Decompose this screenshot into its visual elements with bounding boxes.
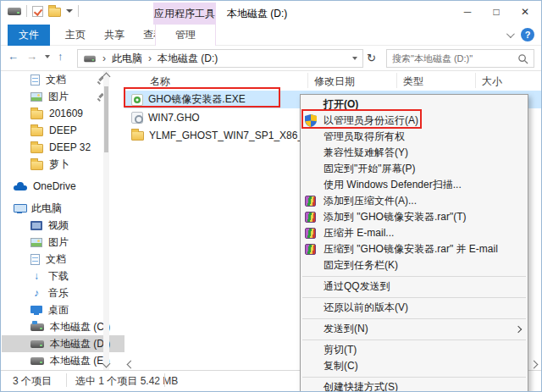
location-drive-icon	[84, 55, 96, 62]
column-divider[interactable]	[307, 73, 308, 88]
download-icon: ↓	[30, 270, 42, 282]
tab-home[interactable]: 主页	[57, 25, 94, 46]
video-icon	[30, 221, 42, 230]
separator	[26, 5, 27, 17]
menu-item-defender-scan[interactable]: 使用 Windows Defender扫描...	[301, 177, 528, 193]
winrar-icon	[305, 227, 324, 240]
music-icon: ♪	[30, 287, 42, 299]
menu-item-pin-to-taskbar[interactable]: 固定到任务栏(K)	[301, 257, 528, 273]
drive-icon	[30, 323, 44, 331]
menu-separator	[302, 340, 526, 340]
search-box[interactable]	[386, 49, 534, 68]
column-header-size[interactable]: 大小	[482, 75, 502, 89]
minimize-button[interactable]: ─	[453, 1, 482, 23]
recent-locations-dropdown[interactable]	[45, 55, 50, 58]
ribbon-tabs: 文件 主页 共享 查看 管理 ?	[1, 25, 541, 46]
window-title: 本地磁盘 (D:)	[227, 7, 287, 21]
back-button[interactable]: ←	[8, 50, 19, 63]
pictures-icon	[30, 92, 42, 102]
winrar-icon	[305, 195, 324, 207]
drive-icon	[30, 340, 44, 348]
window-controls: ─ □ ✕	[453, 1, 539, 23]
document-icon	[30, 254, 40, 265]
status-divider	[66, 373, 67, 387]
menu-item-copy[interactable]: 复制(C)	[301, 358, 528, 374]
folder-icon	[30, 144, 43, 153]
navigation-buttons: ← → ↑	[8, 50, 64, 63]
tab-manage[interactable]: 管理	[155, 25, 216, 46]
menu-item-compat-troubleshoot[interactable]: 兼容性疑难解答(Y)	[301, 145, 528, 161]
help-icon[interactable]: ?	[521, 28, 534, 41]
scrollbar-thumb[interactable]	[104, 86, 108, 152]
tab-share[interactable]: 共享	[96, 25, 133, 46]
drive-icon	[30, 357, 44, 365]
blank-icon	[305, 344, 324, 356]
folder-icon	[30, 127, 43, 136]
breadcrumb-current-drive[interactable]: 本地磁盘 (D:)	[158, 52, 218, 66]
menu-separator	[302, 276, 526, 277]
sidebar-scrollbar[interactable]	[103, 71, 109, 371]
menu-item-send-via-qq[interactable]: 通过QQ发送到	[301, 279, 528, 295]
ribbon-collapse-chevron-icon[interactable]	[506, 30, 515, 38]
menu-item-create-shortcut[interactable]: 创建快捷方式(S)	[301, 379, 528, 392]
blank-icon	[305, 323, 324, 335]
submenu-arrow-icon	[515, 325, 522, 332]
blank-icon	[305, 280, 324, 293]
up-button[interactable]: ↑	[58, 50, 64, 63]
menu-separator	[302, 318, 526, 319]
breadcrumb-this-pc[interactable]: 此电脑	[112, 52, 142, 66]
forward-button[interactable]: →	[26, 50, 37, 63]
folder-icon	[30, 161, 43, 170]
blank-icon	[305, 163, 324, 175]
search-input[interactable]	[392, 53, 517, 63]
status-divider	[164, 373, 165, 387]
annotation-box-file	[124, 87, 280, 108]
column-header-type[interactable]: 类型	[403, 75, 423, 89]
blank-icon	[305, 301, 324, 314]
blank-icon	[305, 381, 324, 392]
blank-icon	[305, 360, 324, 373]
scroll-up-icon[interactable]	[102, 73, 111, 81]
tab-file[interactable]: 文件	[8, 25, 50, 46]
maximize-button[interactable]: □	[482, 1, 511, 23]
onedrive-cloud-icon	[14, 182, 27, 190]
address-bar[interactable]: › 此电脑 › 本地磁盘 (D:)	[77, 49, 363, 68]
document-icon	[30, 75, 40, 86]
folder-icon	[131, 131, 144, 141]
menu-item-add-to-archive[interactable]: 添加到压缩文件(A)...	[301, 193, 528, 209]
winrar-icon	[305, 243, 324, 256]
menu-item-compress-and-email[interactable]: 压缩并 E-mail...	[301, 225, 528, 241]
search-icon	[517, 53, 528, 64]
gho-file-icon	[131, 112, 143, 124]
new-folder-button[interactable]	[48, 8, 61, 17]
refresh-button[interactable]: ↻	[367, 52, 376, 64]
menu-item-pin-to-start[interactable]: 固定到"开始"屏幕(P)	[301, 161, 528, 177]
pictures-icon	[30, 238, 42, 247]
blank-icon	[305, 259, 324, 272]
qat-customize-dropdown[interactable]	[66, 9, 73, 13]
menu-item-take-ownership[interactable]: 管理员取得所有权	[301, 129, 528, 145]
contextual-tab-group-label: 应用程序工具	[153, 3, 216, 25]
selection-text: 选中 1 个项目 5.42 MB	[75, 374, 178, 389]
column-divider[interactable]	[475, 73, 476, 88]
menu-item-compress-named-and-email[interactable]: 压缩到 "GHO镜像安装器.rar" 并 E-mail	[301, 241, 528, 257]
annotation-box-run-as-admin	[301, 109, 422, 129]
explorer-window: 应用程序工具 本地磁盘 (D:) ─ □ ✕ 文件 主页 共享 查看 管理 ? …	[0, 0, 542, 392]
menu-item-cut[interactable]: 剪切(T)	[301, 342, 528, 358]
desktop-icon	[30, 306, 42, 315]
column-divider[interactable]	[396, 73, 397, 88]
breadcrumb-chevron-icon: ›	[148, 52, 152, 64]
menu-item-add-to-named-rar[interactable]: 添加到 "GHO镜像安装器.rar"(T)	[301, 209, 528, 225]
item-count-text: 3 个项目	[13, 374, 52, 389]
column-header-date[interactable]: 修改日期	[314, 75, 355, 89]
separator	[78, 5, 79, 17]
address-dropdown-icon[interactable]	[352, 57, 357, 60]
close-button[interactable]: ✕	[511, 1, 539, 23]
folder-icon	[30, 110, 43, 119]
computer-icon	[14, 204, 25, 213]
blank-icon	[305, 179, 324, 191]
properties-button[interactable]	[32, 6, 43, 17]
scroll-down-icon[interactable]	[102, 360, 111, 368]
menu-item-restore-previous[interactable]: 还原以前的版本(V)	[301, 300, 528, 316]
menu-item-send-to[interactable]: 发送到(N)	[301, 321, 528, 337]
